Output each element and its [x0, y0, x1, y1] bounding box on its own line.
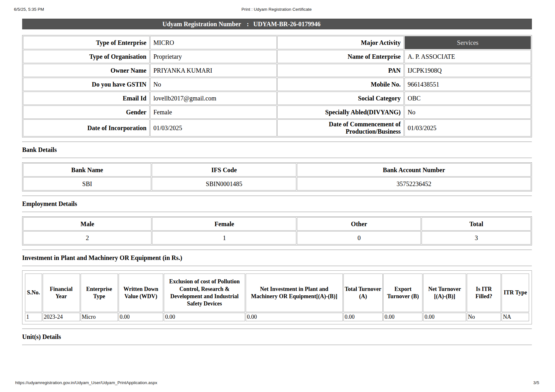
field-value: No [404, 106, 531, 119]
print-footer: https://udyamregistration.gov.in/Udyam_U… [0, 380, 555, 392]
enterprise-details-table: Type of Enterprise MICRO Major Activity … [22, 35, 532, 137]
print-footer-url: https://udyamregistration.gov.in/Udyam_U… [15, 380, 157, 385]
column-header: Female [152, 217, 296, 231]
bank-details-heading: Bank Details [22, 146, 532, 154]
column-header: Total Turnover (A) [343, 274, 383, 312]
field-value: 01/03/2025 [150, 119, 277, 136]
field-value: No [150, 78, 277, 91]
table-header-row: Bank Name IFS Code Bank Account Number [23, 163, 531, 177]
table-row: SBI SBIN0001485 35752236452 [23, 177, 531, 190]
section-divider [22, 196, 532, 196]
column-header: Bank Name [23, 163, 151, 177]
field-value: A. P. ASSOCIATE [404, 50, 531, 63]
employment-details-table: Male Female Other Total 2 1 0 3 [22, 216, 532, 245]
cell-serial-no: 1 [25, 313, 42, 321]
field-value: Female [150, 106, 277, 119]
section-divider [22, 212, 532, 212]
column-header: Other [297, 217, 421, 231]
cell-export-turnover: 0.00 [383, 313, 422, 321]
column-header: Net Turnover [(A)-(B)] [423, 274, 466, 312]
section-divider [22, 266, 532, 266]
major-activity-value: Services [404, 36, 531, 49]
column-header: Bank Account Number [297, 163, 531, 177]
details-row: Do you have GSTIN No Mobile No. 96614385… [23, 78, 531, 91]
table-row: 1 2023-24 Micro 0.00 0.00 0.00 0.00 0.00… [25, 313, 529, 321]
registration-number-value: UDYAM-BR-26-0179946 [253, 21, 321, 28]
bank-account-value: 35752236452 [297, 177, 531, 190]
table-header-row: Male Female Other Total [23, 217, 531, 231]
details-row: Type of Enterprise MICRO Major Activity … [23, 36, 531, 49]
cell-itr-type: NA [502, 313, 529, 321]
bank-details-table: Bank Name IFS Code Bank Account Number S… [22, 162, 532, 191]
details-row: Date of Incorporation 01/03/2025 Date of… [23, 119, 531, 136]
cell-wdv: 0.00 [119, 313, 163, 321]
section-divider [22, 158, 532, 158]
print-page: 6/5/25, 5:35 PM Print : Udyam Registrati… [0, 0, 555, 392]
field-label: Mobile No. [277, 78, 404, 91]
field-value: IJCPK1908Q [404, 64, 531, 77]
column-header: Male [23, 217, 151, 231]
registration-number-label: Udyam Registration Number [162, 21, 241, 28]
section-divider [22, 329, 532, 329]
investment-table-frame: S.No. Financial Year Enterprise Type Wri… [22, 270, 532, 324]
cell-net-turnover: 0.00 [423, 313, 466, 321]
field-label: Gender [23, 106, 150, 119]
column-header: Written Down Value (WDV) [119, 274, 163, 312]
details-row: Email Id lovellb2017@gmail.com Social Ca… [23, 92, 531, 105]
cell-financial-year: 2023-24 [43, 313, 80, 321]
column-header: ITR Type [502, 274, 529, 312]
details-row: Owner Name PRIYANKA KUMARI PAN IJCPK1908… [23, 64, 531, 77]
employment-details-heading: Employment Details [22, 200, 532, 208]
cell-itr-filled: No [467, 313, 501, 321]
employment-male-value: 2 [23, 231, 151, 244]
field-label: Name of Enterprise [277, 50, 404, 63]
field-value: PRIYANKA KUMARI [150, 64, 277, 77]
column-header: S.No. [25, 274, 42, 312]
column-header: Net Investment in Plant and Machinery OR… [246, 274, 343, 312]
column-header: Exclusion of cost of Pollution Control, … [164, 274, 245, 312]
employment-female-value: 1 [152, 231, 296, 244]
section-divider [22, 345, 532, 345]
cell-net-investment: 0.00 [246, 313, 343, 321]
employment-total-value: 3 [422, 231, 531, 244]
cell-total-turnover: 0.00 [343, 313, 383, 321]
field-value: Proprietary [150, 50, 277, 63]
field-value: lovellb2017@gmail.com [150, 92, 277, 105]
field-label: Type of Organisation [23, 50, 150, 63]
bank-name-value: SBI [23, 177, 151, 190]
print-footer-page-number: 3/5 [533, 380, 539, 385]
print-title: Print : Udyam Registration Certificate [241, 7, 311, 12]
details-row: Gender Female Specially Abled(DIVYANG) N… [23, 106, 531, 119]
column-header: Enterprise Type [81, 274, 118, 312]
table-header-row: S.No. Financial Year Enterprise Type Wri… [25, 274, 529, 312]
field-label: Owner Name [23, 64, 150, 77]
section-divider [22, 250, 532, 250]
field-label: Type of Enterprise [23, 36, 150, 49]
field-value: 9661438551 [404, 78, 531, 91]
ifs-code-value: SBIN0001485 [152, 177, 296, 190]
registration-number-banner: Udyam Registration Number : UDYAM-BR-26-… [22, 19, 532, 29]
field-label: Major Activity [277, 36, 404, 49]
cell-exclusion-cost: 0.00 [164, 313, 245, 321]
print-datetime: 6/5/25, 5:35 PM [14, 7, 44, 12]
cell-enterprise-type: Micro [81, 313, 118, 321]
field-label: Email Id [23, 92, 150, 105]
column-header: Total [422, 217, 531, 231]
field-label: Date of Incorporation [23, 119, 150, 136]
section-divider [22, 142, 532, 142]
investment-heading: Investment in Plant and Machinery OR Equ… [22, 254, 532, 262]
investment-table: S.No. Financial Year Enterprise Type Wri… [24, 273, 530, 322]
table-row: 2 1 0 3 [23, 231, 531, 244]
column-header: IFS Code [152, 163, 296, 177]
field-value: MICRO [150, 36, 277, 49]
field-label: Specially Abled(DIVYANG) [277, 106, 404, 119]
field-label: Date of Commencement of Production/Busin… [277, 119, 404, 136]
certificate-content: Udyam Registration Number : UDYAM-BR-26-… [22, 19, 532, 349]
field-value: 01/03/2025 [404, 119, 531, 136]
details-row: Type of Organisation Proprietary Name of… [23, 50, 531, 63]
units-details-heading: Unit(s) Details [22, 333, 532, 341]
field-label: PAN [277, 64, 404, 77]
field-label: Social Category [277, 92, 404, 105]
print-header: 6/5/25, 5:35 PM Print : Udyam Registrati… [0, 0, 555, 12]
field-label: Do you have GSTIN [23, 78, 150, 91]
